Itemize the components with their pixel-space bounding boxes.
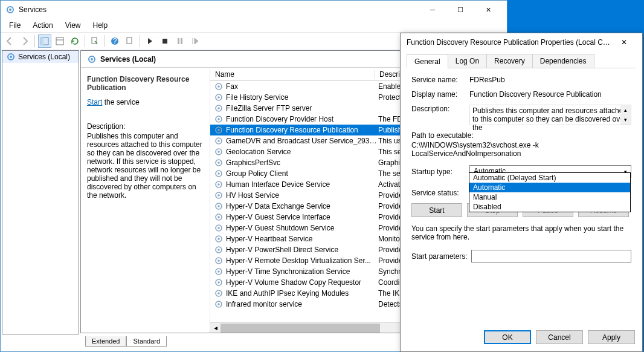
stop-button[interactable] [158, 34, 172, 48]
help-button[interactable]: ? [108, 34, 121, 48]
ok-button[interactable]: OK [484, 330, 531, 344]
svg-rect-3 [41, 37, 43, 45]
menu-action[interactable]: Action [28, 20, 57, 31]
details-panel: Function Discovery Resource Publication … [81, 68, 210, 333]
description-label: Description: [411, 105, 469, 113]
tab-extended[interactable]: Extended [85, 336, 126, 347]
row-name: IKE and AuthIP IPsec Keying Modules [226, 289, 378, 298]
row-name: Hyper-V Guest Service Interface [226, 213, 378, 221]
row-name: Infrared monitor service [226, 300, 378, 308]
start-button[interactable]: Start [411, 203, 462, 217]
option-automatic-delayed[interactable]: Automatic (Delayed Start) [469, 173, 630, 183]
view-tabs: Extended Standard [85, 336, 167, 347]
minimize-button[interactable]: ─ [419, 1, 446, 19]
tab-dependencies[interactable]: Dependencies [532, 54, 594, 68]
cancel-button[interactable]: Cancel [536, 330, 583, 344]
tab-log-on[interactable]: Log On [448, 54, 487, 68]
svg-point-24 [217, 118, 220, 120]
svg-point-30 [217, 151, 220, 153]
display-name-label: Display name: [411, 90, 469, 99]
path-value: C:\WINDOWS\system32\svchost.exe -k Local… [411, 141, 631, 158]
properties-dialog: Function Discovery Resource Publication … [400, 33, 643, 352]
svg-point-48 [217, 249, 220, 251]
tab-general[interactable]: General [407, 54, 448, 68]
scroll-left-icon[interactable]: ◂ [210, 323, 221, 333]
tree-item-label: Services (Local) [18, 53, 70, 61]
svg-point-58 [217, 303, 220, 305]
pause-button[interactable] [173, 34, 187, 48]
start-parameters-input[interactable] [471, 250, 631, 262]
close-button[interactable]: ✕ [474, 1, 502, 19]
scroll-up-icon[interactable]: ▴ [620, 105, 631, 115]
option-automatic[interactable]: Automatic [469, 183, 630, 192]
menu-view[interactable]: View [60, 20, 86, 31]
start-service-link[interactable]: Start [87, 98, 102, 106]
content-title: Services (Local) [100, 55, 156, 64]
path-label: Path to executable: [411, 131, 631, 140]
tree-pane: Services (Local) [2, 50, 79, 334]
row-name: Hyper-V Time Synchronization Service [226, 267, 378, 276]
dialog-footer: OK Cancel Apply [484, 330, 635, 344]
menu-help[interactable]: Help [88, 20, 113, 31]
row-name: GraphicsPerfSvc [226, 158, 378, 167]
svg-point-26 [217, 129, 220, 131]
display-name-value: Function Discovery Resource Publication [469, 90, 631, 99]
svg-point-56 [217, 292, 220, 295]
scroll-thumb[interactable] [221, 324, 380, 333]
tab-standard[interactable]: Standard [126, 336, 167, 347]
row-name: GameDVR and Broadcast User Service_2933a… [226, 137, 378, 145]
svg-rect-4 [56, 37, 63, 45]
back-button[interactable] [3, 34, 16, 48]
row-name: Hyper-V Volume Shadow Copy Requestor [226, 278, 378, 287]
dialog-tabs: General Log On Recovery Dependencies [407, 54, 636, 68]
export-button[interactable] [88, 34, 101, 48]
svg-point-28 [217, 140, 220, 142]
row-name: Hyper-V Remote Desktop Virtualization Se… [226, 256, 378, 265]
dialog-close-button[interactable]: ✕ [612, 34, 636, 51]
menu-bar: File Action View Help [1, 19, 507, 32]
gear-icon [87, 54, 97, 64]
restart-button[interactable] [188, 34, 202, 48]
description-value: Publishes this computer and resources at… [472, 106, 627, 132]
tree-item-services-local[interactable]: Services (Local) [2, 51, 79, 63]
option-manual[interactable]: Manual [469, 192, 630, 202]
status-label: Service status: [411, 189, 469, 197]
properties-button[interactable] [53, 34, 66, 48]
show-hide-tree-button[interactable] [38, 34, 51, 48]
start-parameters-label: Start parameters: [411, 252, 468, 261]
column-name[interactable]: Name [210, 70, 375, 79]
row-name: Function Discovery Resource Publication [226, 126, 378, 134]
maximize-button[interactable]: ☐ [446, 1, 474, 19]
svg-point-16 [91, 58, 93, 60]
refresh-button[interactable] [68, 34, 82, 48]
svg-point-46 [217, 238, 220, 240]
row-name: File History Service [226, 93, 378, 102]
selected-service-title: Function Discovery Resource Publication [87, 75, 204, 92]
row-name: Human Interface Device Service [226, 180, 378, 189]
service-name-label: Service name: [411, 76, 469, 84]
open-button[interactable] [123, 34, 137, 48]
row-name: FileZilla Server FTP server [226, 104, 378, 112]
play-button[interactable] [143, 34, 156, 48]
menu-file[interactable]: File [4, 20, 25, 31]
svg-point-38 [217, 194, 220, 197]
row-name: Hyper-V Guest Shutdown Service [226, 224, 378, 232]
scroll-down-icon[interactable]: ▾ [620, 115, 631, 125]
dialog-title: Function Discovery Resource Publication … [407, 38, 612, 47]
option-disabled[interactable]: Disabled [469, 202, 630, 212]
svg-point-1 [9, 8, 11, 11]
apply-button[interactable]: Apply [588, 330, 635, 344]
description-scrollbar[interactable]: ▴ ▾ [620, 105, 631, 125]
service-name-value: FDResPub [469, 76, 631, 84]
svg-text:?: ? [113, 37, 117, 45]
row-name: Group Policy Client [226, 169, 378, 178]
tab-recovery[interactable]: Recovery [486, 54, 533, 68]
description-label: Description: [87, 122, 204, 131]
row-name: Hyper-V Data Exchange Service [226, 202, 378, 210]
svg-point-22 [217, 107, 220, 109]
svg-point-40 [217, 205, 220, 207]
row-name: Function Discovery Provider Host [226, 115, 378, 123]
forward-button[interactable] [18, 34, 31, 48]
titlebar: Services ─ ☐ ✕ [1, 1, 507, 19]
svg-point-44 [217, 227, 220, 229]
